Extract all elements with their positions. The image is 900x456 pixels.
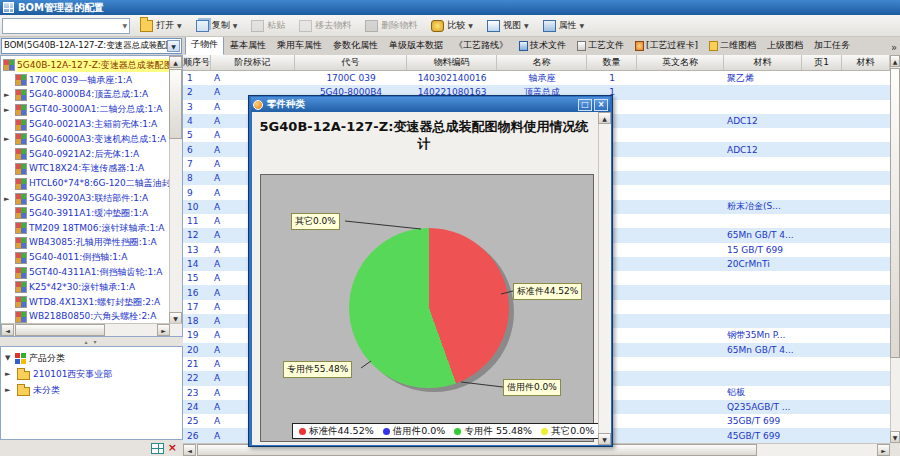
toolbar-button-view[interactable]: 视图▼ (483, 17, 533, 35)
column-header[interactable]: 物料编码 (407, 55, 497, 70)
column-header[interactable]: 顺序号 (183, 55, 211, 70)
scroll-right-icon[interactable]: ► (157, 324, 170, 336)
cell-page (802, 71, 842, 85)
tab-5[interactable]: 《工艺路线》 (449, 37, 513, 55)
tree-item[interactable]: ►5G40-6000A3:变速机构总成:1:A (1, 132, 169, 147)
bom-selector[interactable]: BOM(5G40B-12A-127-Z:变速器总成装配图 ▼ (1, 38, 182, 54)
tree-item[interactable]: WTC18X24:车速传感器:1:A (1, 162, 169, 177)
toolbar-button-copy[interactable]: 复制▼ (192, 17, 242, 35)
part-icon (15, 237, 27, 249)
cell-en (637, 257, 724, 271)
tree-item[interactable]: 5G40-0921A2:后壳体:1:A (1, 147, 169, 162)
tree-item-label: 5G40-3920A3:联结部件:1:A (29, 192, 148, 205)
column-header[interactable]: 阶段标记 (211, 55, 295, 70)
tree-item[interactable]: ►5GT40-3000A1:二轴分总成:1:A (1, 102, 169, 117)
panel-splitter[interactable]: ▴ ▾ (0, 337, 183, 346)
cell-page (802, 142, 842, 156)
remove-icon (299, 20, 312, 32)
expander-icon[interactable]: ► (4, 195, 9, 203)
tree-item[interactable]: ►5G40-8000B4:顶盖总成:1:A (1, 88, 169, 103)
tree-item[interactable]: K25*42*30:滚针轴承:1:A (1, 280, 169, 295)
toolbar-button-compare[interactable]: 比较▼ (427, 17, 477, 35)
classification-folder[interactable]: ►未分类 (1, 382, 182, 398)
expander-icon[interactable]: ► (5, 386, 10, 394)
tree-item[interactable]: 5G40-3911A1:缓冲垫圈:1:A (1, 206, 169, 221)
tree-item[interactable]: 5G40-0021A3:主箱前壳体:1:A (1, 117, 169, 132)
expander-icon[interactable]: ► (4, 106, 9, 114)
close-red-x-icon[interactable]: × (168, 443, 177, 453)
tree-item[interactable]: ►5G40-3920A3:联结部件:1:A (1, 191, 169, 206)
tree-item[interactable]: 5GT40-4311A1:倒挡轴齿轮:1:A (1, 265, 169, 280)
close-button[interactable]: × (594, 99, 608, 111)
table-edit-icon[interactable] (151, 443, 164, 454)
tab-6[interactable]: 技术文件 (514, 37, 571, 55)
tree-item[interactable]: WTD8.4X13X1:螺钉封垫圈:2:A (1, 295, 169, 310)
minimize-button[interactable]: □ (578, 99, 592, 111)
tree-item[interactable]: TM209 18TM06:滚针球轴承:1:A (1, 221, 169, 236)
column-header[interactable]: 名称 (497, 55, 587, 70)
column-header[interactable]: 数量 (587, 55, 637, 70)
scroll-down-icon[interactable]: ▼ (890, 431, 900, 443)
tree-item[interactable]: 5G40-4011:倒挡轴:1:A (1, 250, 169, 265)
tree-hscroll-thumb[interactable] (15, 324, 105, 336)
table-vscroll-thumb[interactable] (890, 68, 900, 358)
scroll-left-icon[interactable]: ◄ (183, 444, 196, 456)
classification-root[interactable]: ▼ 产品分类 (1, 350, 182, 366)
tree-vertical-scrollbar[interactable]: ▲ ▼ (169, 56, 182, 324)
tab-1[interactable]: 基本属性 (225, 37, 271, 55)
cell-page (802, 285, 842, 299)
column-header[interactable]: 材料 (724, 55, 802, 70)
cell-mat2 (842, 271, 890, 285)
cell-mat: 铝板 (724, 386, 802, 400)
expander-icon[interactable]: ▼ (5, 354, 10, 362)
scroll-right-icon[interactable]: ► (877, 444, 890, 456)
tab-label: 乘用车属性 (277, 39, 322, 52)
cell-mat2 (842, 428, 890, 442)
tree-item[interactable]: WB43085:孔轴用弹性挡圈:1:A (1, 236, 169, 251)
classification-folder[interactable]: ►210101西安事业部 (1, 366, 182, 382)
column-header[interactable]: 页1 (802, 55, 842, 70)
expander-icon[interactable]: ► (4, 91, 9, 99)
scroll-up-icon[interactable]: ▲ (169, 56, 182, 68)
tab-sub-items[interactable]: 子物件 (185, 37, 224, 55)
tree-item[interactable]: 1700C 039—轴承座:1:A (1, 73, 169, 88)
cell-seq: 23 (183, 386, 211, 400)
column-header[interactable]: 材料 (842, 55, 890, 70)
scroll-down-icon[interactable]: ▼ (598, 433, 611, 445)
scroll-up-icon[interactable]: ▲ (890, 55, 900, 67)
toolbar-button-folder-open[interactable]: 打开▼ (136, 17, 186, 35)
column-header[interactable]: 代号 (295, 55, 407, 70)
part-icon (15, 74, 27, 86)
tree-item-label: 5G40B-12A-127-Z:变速器总成装配图..:A (17, 59, 169, 72)
dialog-vertical-scrollbar[interactable]: ▲ ▼ (598, 112, 611, 445)
tree-item[interactable]: HTCL60*74*8:6G-120二轴盖油封:1:A (1, 176, 169, 191)
scroll-up-icon[interactable]: ▲ (598, 112, 611, 124)
cell-seq: 16 (183, 285, 211, 299)
cell-mat (724, 85, 802, 99)
tab-4[interactable]: 单级版本数据 (384, 37, 448, 55)
expander-icon[interactable]: ► (5, 370, 10, 378)
tab-overflow-icon[interactable]: » (891, 42, 900, 55)
tree-root-item[interactable]: 5G40B-12A-127-Z:变速器总成装配图..:A (1, 58, 169, 73)
tab-3[interactable]: 参数化属性 (328, 37, 383, 55)
column-header[interactable]: 英文名称 (637, 55, 724, 70)
tree-horizontal-scrollbar[interactable]: ◄ ► (1, 323, 183, 336)
tab-7[interactable]: 工艺文件 (572, 37, 629, 55)
scroll-left-icon[interactable]: ◄ (1, 324, 14, 336)
dialog-titlebar[interactable]: 零件种类 □ × (251, 97, 610, 112)
cell-seq: 13 (183, 243, 211, 257)
tab-label: 上级图档 (767, 39, 803, 52)
tab-10[interactable]: 上级图档 (762, 37, 808, 55)
tab-8[interactable]: [工艺过程卡] (630, 37, 703, 55)
tab-11[interactable]: 加工任务 (809, 37, 855, 55)
tab-2[interactable]: 乘用车属性 (272, 37, 327, 55)
chevron-down-icon[interactable]: ▼ (167, 40, 180, 52)
expander-icon[interactable]: ► (4, 135, 9, 143)
tree-vscroll-thumb[interactable] (169, 69, 182, 139)
cell-mat (724, 300, 802, 314)
toolbar-button-props[interactable]: 属性▼ (539, 17, 589, 35)
toolbar-combo[interactable]: ▼ (2, 18, 130, 34)
tab-9[interactable]: 二维图档 (704, 37, 761, 55)
table-row[interactable]: 1A1700C 039140302140016轴承座1聚乙烯 (183, 71, 890, 85)
table-vertical-scrollbar[interactable]: ▲ ▼ (890, 55, 900, 443)
